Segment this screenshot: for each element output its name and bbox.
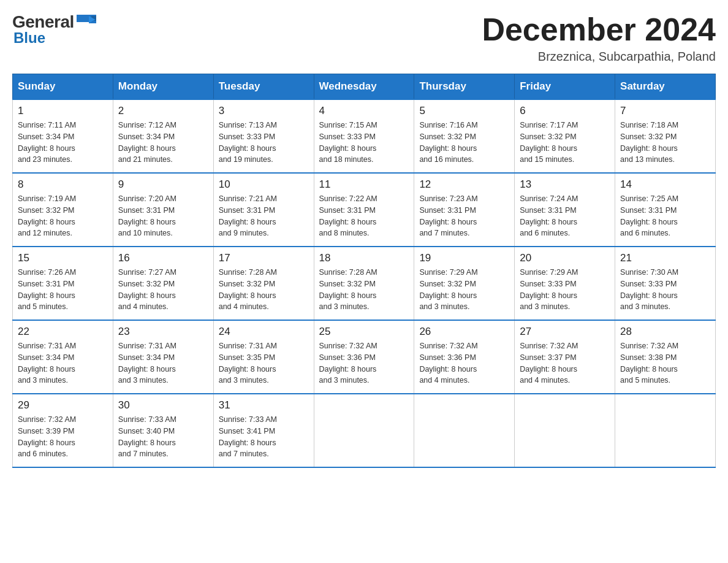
calendar-week-row: 22 Sunrise: 7:31 AM Sunset: 3:34 PM Dayl…: [13, 320, 716, 394]
table-row: 21 Sunrise: 7:30 AM Sunset: 3:33 PM Dayl…: [615, 247, 716, 320]
table-row: [314, 394, 414, 467]
day-number: 24: [219, 326, 309, 338]
day-info: Sunrise: 7:28 AM Sunset: 3:32 PM Dayligh…: [319, 267, 409, 313]
day-info: Sunrise: 7:31 AM Sunset: 3:35 PM Dayligh…: [219, 340, 309, 386]
calendar-table: Sunday Monday Tuesday Wednesday Thursday…: [12, 74, 716, 468]
table-row: 4 Sunrise: 7:15 AM Sunset: 3:33 PM Dayli…: [314, 99, 414, 173]
table-row: [414, 394, 515, 467]
day-number: 12: [419, 178, 509, 191]
table-row: 11 Sunrise: 7:22 AM Sunset: 3:31 PM Dayl…: [314, 173, 414, 247]
table-row: 18 Sunrise: 7:28 AM Sunset: 3:32 PM Dayl…: [314, 247, 414, 320]
table-row: 15 Sunrise: 7:26 AM Sunset: 3:31 PM Dayl…: [13, 247, 113, 320]
day-info: Sunrise: 7:29 AM Sunset: 3:32 PM Dayligh…: [419, 267, 509, 313]
header-thursday: Thursday: [414, 74, 515, 100]
table-row: 29 Sunrise: 7:32 AM Sunset: 3:39 PM Dayl…: [13, 394, 113, 467]
day-number: 16: [118, 252, 208, 264]
day-number: 7: [620, 105, 710, 117]
table-row: 23 Sunrise: 7:31 AM Sunset: 3:34 PM Dayl…: [113, 320, 213, 394]
calendar-week-row: 1 Sunrise: 7:11 AM Sunset: 3:34 PM Dayli…: [13, 99, 716, 173]
day-info: Sunrise: 7:32 AM Sunset: 3:37 PM Dayligh…: [520, 340, 610, 386]
table-row: 13 Sunrise: 7:24 AM Sunset: 3:31 PM Dayl…: [515, 173, 615, 247]
day-number: 31: [219, 399, 309, 412]
table-row: 6 Sunrise: 7:17 AM Sunset: 3:32 PM Dayli…: [515, 99, 615, 173]
table-row: 7 Sunrise: 7:18 AM Sunset: 3:32 PM Dayli…: [615, 99, 716, 173]
day-number: 6: [520, 105, 610, 117]
day-number: 5: [419, 105, 509, 117]
table-row: 5 Sunrise: 7:16 AM Sunset: 3:32 PM Dayli…: [414, 99, 515, 173]
table-row: 1 Sunrise: 7:11 AM Sunset: 3:34 PM Dayli…: [13, 99, 113, 173]
logo-blue-text: Blue: [13, 29, 45, 47]
day-number: 2: [118, 105, 208, 117]
table-row: 22 Sunrise: 7:31 AM Sunset: 3:34 PM Dayl…: [13, 320, 113, 394]
day-info: Sunrise: 7:22 AM Sunset: 3:31 PM Dayligh…: [319, 193, 409, 239]
day-info: Sunrise: 7:16 AM Sunset: 3:32 PM Dayligh…: [419, 120, 509, 166]
calendar-week-row: 8 Sunrise: 7:19 AM Sunset: 3:32 PM Dayli…: [13, 173, 716, 247]
day-number: 4: [319, 105, 409, 117]
table-row: 10 Sunrise: 7:21 AM Sunset: 3:31 PM Dayl…: [213, 173, 314, 247]
day-info: Sunrise: 7:31 AM Sunset: 3:34 PM Dayligh…: [18, 340, 108, 386]
header-saturday: Saturday: [615, 74, 716, 100]
month-title: December 2024: [482, 12, 716, 47]
day-info: Sunrise: 7:33 AM Sunset: 3:41 PM Dayligh…: [219, 414, 309, 460]
header-tuesday: Tuesday: [213, 74, 314, 100]
day-number: 13: [520, 178, 610, 191]
table-row: 19 Sunrise: 7:29 AM Sunset: 3:32 PM Dayl…: [414, 247, 515, 320]
table-row: 16 Sunrise: 7:27 AM Sunset: 3:32 PM Dayl…: [113, 247, 213, 320]
day-number: 9: [118, 178, 208, 191]
day-info: Sunrise: 7:13 AM Sunset: 3:33 PM Dayligh…: [219, 120, 309, 166]
calendar-week-row: 29 Sunrise: 7:32 AM Sunset: 3:39 PM Dayl…: [13, 394, 716, 467]
day-info: Sunrise: 7:33 AM Sunset: 3:40 PM Dayligh…: [118, 414, 208, 460]
day-number: 11: [319, 178, 409, 191]
day-number: 15: [18, 252, 108, 264]
day-info: Sunrise: 7:11 AM Sunset: 3:34 PM Dayligh…: [18, 120, 108, 166]
table-row: 9 Sunrise: 7:20 AM Sunset: 3:31 PM Dayli…: [113, 173, 213, 247]
day-number: 8: [18, 178, 108, 191]
header-sunday: Sunday: [13, 74, 113, 100]
day-number: 20: [520, 252, 610, 264]
table-row: 2 Sunrise: 7:12 AM Sunset: 3:34 PM Dayli…: [113, 99, 213, 173]
day-number: 17: [219, 252, 309, 264]
day-number: 27: [520, 326, 610, 338]
day-number: 22: [18, 326, 108, 338]
header-wednesday: Wednesday: [314, 74, 414, 100]
day-info: Sunrise: 7:21 AM Sunset: 3:31 PM Dayligh…: [219, 193, 309, 239]
day-number: 30: [118, 399, 208, 412]
day-info: Sunrise: 7:18 AM Sunset: 3:32 PM Dayligh…: [620, 120, 710, 166]
page-header: General Blue December 2024 Brzeznica, Su…: [12, 12, 716, 64]
day-info: Sunrise: 7:12 AM Sunset: 3:34 PM Dayligh…: [118, 120, 208, 166]
day-number: 28: [620, 326, 710, 338]
day-number: 29: [18, 399, 108, 412]
table-row: 25 Sunrise: 7:32 AM Sunset: 3:36 PM Dayl…: [314, 320, 414, 394]
day-info: Sunrise: 7:32 AM Sunset: 3:39 PM Dayligh…: [18, 414, 108, 460]
day-info: Sunrise: 7:26 AM Sunset: 3:31 PM Dayligh…: [18, 267, 108, 313]
day-number: 21: [620, 252, 710, 264]
calendar-week-row: 15 Sunrise: 7:26 AM Sunset: 3:31 PM Dayl…: [13, 247, 716, 320]
day-number: 26: [419, 326, 509, 338]
table-row: 3 Sunrise: 7:13 AM Sunset: 3:33 PM Dayli…: [213, 99, 314, 173]
day-number: 14: [620, 178, 710, 191]
table-row: 26 Sunrise: 7:32 AM Sunset: 3:36 PM Dayl…: [414, 320, 515, 394]
header-friday: Friday: [515, 74, 615, 100]
location-text: Brzeznica, Subcarpathia, Poland: [482, 50, 716, 64]
table-row: 14 Sunrise: 7:25 AM Sunset: 3:31 PM Dayl…: [615, 173, 716, 247]
day-number: 3: [219, 105, 309, 117]
table-row: 8 Sunrise: 7:19 AM Sunset: 3:32 PM Dayli…: [13, 173, 113, 247]
day-info: Sunrise: 7:29 AM Sunset: 3:33 PM Dayligh…: [520, 267, 610, 313]
day-info: Sunrise: 7:23 AM Sunset: 3:31 PM Dayligh…: [419, 193, 509, 239]
day-info: Sunrise: 7:28 AM Sunset: 3:32 PM Dayligh…: [219, 267, 309, 313]
day-number: 23: [118, 326, 208, 338]
day-info: Sunrise: 7:20 AM Sunset: 3:31 PM Dayligh…: [118, 193, 208, 239]
day-info: Sunrise: 7:25 AM Sunset: 3:31 PM Dayligh…: [620, 193, 710, 239]
title-area: December 2024 Brzeznica, Subcarpathia, P…: [482, 12, 716, 64]
day-info: Sunrise: 7:17 AM Sunset: 3:32 PM Dayligh…: [520, 120, 610, 166]
table-row: 31 Sunrise: 7:33 AM Sunset: 3:41 PM Dayl…: [213, 394, 314, 467]
day-info: Sunrise: 7:32 AM Sunset: 3:38 PM Dayligh…: [620, 340, 710, 386]
day-info: Sunrise: 7:32 AM Sunset: 3:36 PM Dayligh…: [419, 340, 509, 386]
day-number: 10: [219, 178, 309, 191]
logo: General Blue: [12, 12, 96, 47]
day-info: Sunrise: 7:15 AM Sunset: 3:33 PM Dayligh…: [319, 120, 409, 166]
day-number: 19: [419, 252, 509, 264]
day-number: 1: [18, 105, 108, 117]
day-info: Sunrise: 7:19 AM Sunset: 3:32 PM Dayligh…: [18, 193, 108, 239]
table-row: 20 Sunrise: 7:29 AM Sunset: 3:33 PM Dayl…: [515, 247, 615, 320]
